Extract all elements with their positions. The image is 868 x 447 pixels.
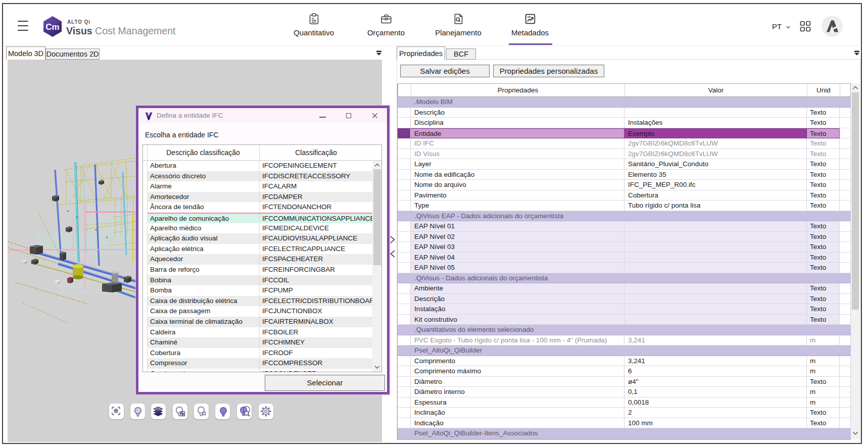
svg-text:Cm: Cm (45, 22, 59, 32)
